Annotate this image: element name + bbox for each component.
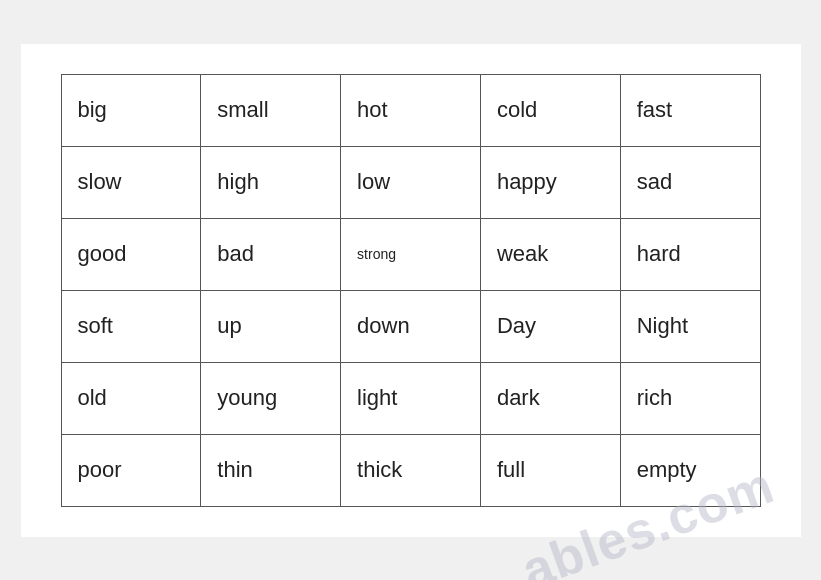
table-cell: Night xyxy=(620,290,760,362)
page-container: bigsmallhotcoldfastslowhighlowhappysadgo… xyxy=(21,44,801,537)
vocabulary-table: bigsmallhotcoldfastslowhighlowhappysadgo… xyxy=(61,74,761,507)
table-row: poorthinthickfullempty xyxy=(61,434,760,506)
table-cell: thick xyxy=(341,434,481,506)
table-cell: full xyxy=(480,434,620,506)
table-cell: weak xyxy=(480,218,620,290)
table-cell: sad xyxy=(620,146,760,218)
table-cell: good xyxy=(61,218,201,290)
table-cell: old xyxy=(61,362,201,434)
table-cell: up xyxy=(201,290,341,362)
table-cell: hot xyxy=(341,74,481,146)
table-cell: slow xyxy=(61,146,201,218)
table-cell: happy xyxy=(480,146,620,218)
table-row: bigsmallhotcoldfast xyxy=(61,74,760,146)
table-row: softupdownDayNight xyxy=(61,290,760,362)
table-cell: empty xyxy=(620,434,760,506)
table-cell: young xyxy=(201,362,341,434)
table-cell: thin xyxy=(201,434,341,506)
table-cell: light xyxy=(341,362,481,434)
table-cell: fast xyxy=(620,74,760,146)
table-cell: hard xyxy=(620,218,760,290)
table-cell: poor xyxy=(61,434,201,506)
table-cell: big xyxy=(61,74,201,146)
table-cell: dark xyxy=(480,362,620,434)
table-cell: rich xyxy=(620,362,760,434)
table-cell: down xyxy=(341,290,481,362)
table-cell: Day xyxy=(480,290,620,362)
table-row: slowhighlowhappysad xyxy=(61,146,760,218)
table-cell: high xyxy=(201,146,341,218)
table-cell: small xyxy=(201,74,341,146)
table-row: goodbadstrongweakhard xyxy=(61,218,760,290)
table-row: oldyounglightdarkrich xyxy=(61,362,760,434)
table-cell: soft xyxy=(61,290,201,362)
table-cell: bad xyxy=(201,218,341,290)
table-cell: cold xyxy=(480,74,620,146)
table-cell: low xyxy=(341,146,481,218)
table-cell: strong xyxy=(341,218,481,290)
